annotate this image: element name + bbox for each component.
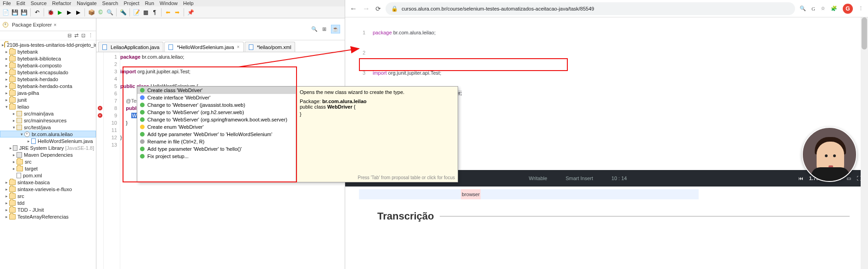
editor-tab[interactable]: *leilao/pom.xml: [245, 42, 296, 52]
quick-fix-item[interactable]: Create interface 'WebDriver': [137, 94, 296, 101]
nav-back-icon[interactable]: ←: [350, 5, 357, 13]
tree-item[interactable]: ▾br.com.alura.leilao: [0, 131, 96, 137]
tree-item[interactable]: ▸JRE System Library [JavaSE-1.8]: [0, 144, 96, 151]
menu-icon[interactable]: ⋮: [858, 5, 863, 11]
open-type-icon[interactable]: 🔍: [106, 9, 113, 16]
tree-item[interactable]: ▸sintaxe-varieveis-e-fluxo: [0, 186, 96, 192]
tree-item[interactable]: ▸bytebank-composto: [0, 62, 96, 69]
tree-item[interactable]: ▸sintaxe-basica: [0, 179, 96, 186]
quick-fix-item[interactable]: Change to 'WebServer' (org.h2.server.web…: [137, 109, 296, 116]
zoom-icon[interactable]: 🔍: [800, 5, 806, 11]
folder-icon: [9, 193, 16, 199]
proposal-icon: [140, 110, 145, 115]
nav-reload-icon[interactable]: ⟳: [375, 5, 381, 12]
new-class-icon[interactable]: ©: [97, 9, 104, 16]
tree-item[interactable]: ▸java-pilha: [0, 89, 96, 96]
open-perspective-icon[interactable]: ⊞: [322, 26, 326, 32]
lock-icon: 🔒: [391, 5, 398, 12]
theater-icon[interactable]: ▭: [846, 176, 851, 181]
tree-item[interactable]: ▸bytebank: [0, 48, 96, 55]
quick-access-icon[interactable]: 🔍: [311, 26, 318, 32]
tree-item[interactable]: ▾src/test/java: [0, 124, 96, 131]
extensions-icon[interactable]: 🧩: [831, 5, 837, 11]
quick-fix-item[interactable]: Create class 'WebDriver': [137, 87, 296, 94]
link-editor-icon[interactable]: ⇄: [74, 33, 78, 38]
prev-icon[interactable]: ⏮: [798, 176, 803, 181]
scrollbar-thumb[interactable]: [862, 17, 867, 49]
save-icon[interactable]: 💾: [11, 9, 18, 16]
tree-item[interactable]: ▸bytebank-herdado: [0, 76, 96, 82]
quick-fix-item[interactable]: Change to 'WebServer' (org.springframewo…: [137, 116, 296, 123]
tree-item[interactable]: ▸HelloWordSelenium.java: [0, 137, 96, 144]
tree-item[interactable]: ▸target: [0, 165, 96, 172]
error-marker-icon[interactable]: ×: [98, 106, 102, 110]
tree-item[interactable]: ▸2108-java-testes-unitarios-tdd-projeto_…: [0, 41, 96, 48]
new-package-icon[interactable]: 📦: [88, 9, 95, 16]
back-history-icon[interactable]: ↶: [34, 9, 41, 16]
tree-item[interactable]: ▸Maven Dependencies: [0, 151, 96, 158]
tree-item[interactable]: ▸src/main/java: [0, 110, 96, 117]
nav-fwd-icon[interactable]: ➡: [174, 9, 181, 16]
run-last-icon[interactable]: ▶: [74, 9, 82, 16]
editor-tab[interactable]: *HelloWordSelenium.java×: [164, 42, 243, 52]
tree-item[interactable]: ▾leilao: [0, 103, 96, 110]
tree-item[interactable]: ▸TDD - JUnit: [0, 206, 96, 213]
proposal-icon: [140, 139, 145, 144]
tree-item[interactable]: ▸bytebank-herdado-conta: [0, 82, 96, 89]
toggle-block-icon[interactable]: ▦: [142, 9, 149, 16]
debug-icon[interactable]: 🐞: [47, 9, 54, 16]
folder-icon: [9, 56, 16, 61]
address-bar[interactable]: 🔒 cursos.alura.com.br/course/selenium-te…: [386, 2, 795, 15]
tree-item[interactable]: ▸src: [0, 192, 96, 199]
quick-fix-list[interactable]: Create class 'WebDriver'Create interface…: [137, 87, 296, 182]
tree-item[interactable]: ▸tdd: [0, 199, 96, 206]
menu-file[interactable]: File: [3, 0, 11, 6]
folder-icon: [9, 180, 16, 185]
tree-item[interactable]: ▸bytebank-biblioteca: [0, 55, 96, 62]
run-icon[interactable]: ▶: [56, 9, 63, 16]
tree-item[interactable]: ▸src/main/resources: [0, 117, 96, 124]
show-whitespace-icon[interactable]: ¶: [151, 9, 158, 16]
close-tab-icon[interactable]: ×: [237, 44, 240, 49]
error-marker-icon[interactable]: ×: [98, 113, 102, 118]
quick-fix-item[interactable]: Create enum 'WebDriver': [137, 123, 296, 131]
search-icon[interactable]: 🔦: [119, 9, 127, 16]
collapse-all-icon[interactable]: ⊟: [67, 33, 72, 38]
translate-icon[interactable]: G: [812, 6, 815, 11]
close-view-icon[interactable]: ×: [54, 22, 56, 27]
save-all-icon[interactable]: 💾: [20, 9, 28, 16]
menu-window[interactable]: Window: [160, 0, 178, 6]
nav-back-icon[interactable]: ⬅: [164, 9, 172, 16]
focus-icon[interactable]: ⊡: [81, 33, 85, 38]
pin-icon[interactable]: 📌: [187, 9, 194, 16]
menu-edit[interactable]: Edit: [17, 0, 25, 6]
view-menu-icon[interactable]: ⋮: [88, 33, 93, 38]
toggle-mark-icon[interactable]: 📝: [133, 9, 140, 16]
tree-item[interactable]: ▸junit: [0, 96, 96, 103]
menu-run[interactable]: Run: [145, 0, 154, 6]
quick-fix-item[interactable]: Rename in file (Ctrl+2, R): [137, 138, 296, 145]
coverage-icon[interactable]: ▶: [65, 9, 73, 16]
menu-navigate[interactable]: Navigate: [77, 0, 96, 6]
java-perspective-icon[interactable]: ☕: [331, 25, 340, 33]
scrollbar[interactable]: [861, 17, 868, 269]
tree-item[interactable]: pom.xml: [0, 172, 96, 179]
quick-fix-item[interactable]: Add type parameter 'WebDriver' to 'Hello…: [137, 131, 296, 138]
new-icon[interactable]: 📄: [2, 9, 9, 16]
menu-search[interactable]: Search: [102, 0, 118, 6]
quick-fix-item[interactable]: Change to 'Webserver' (javassist.tools.w…: [137, 101, 296, 109]
menu-source[interactable]: Source: [31, 0, 47, 6]
menu-help[interactable]: Help: [183, 0, 194, 6]
proposal-icon: [140, 95, 145, 100]
menu-project[interactable]: Project: [123, 0, 139, 6]
bookmark-icon[interactable]: ☆: [821, 5, 825, 11]
quick-fix-item[interactable]: Add type parameter 'WebDriver' to 'hello…: [137, 145, 296, 153]
tree-item[interactable]: ▸bytebank-encapsulado: [0, 69, 96, 76]
tree-item[interactable]: ▸TesteArrayReferencias: [0, 213, 96, 220]
editor-tab[interactable]: LeilaoApplication.java: [98, 42, 163, 52]
profile-avatar[interactable]: G: [843, 4, 853, 14]
quick-fix-item[interactable]: Fix project setup...: [137, 153, 296, 160]
project-tree[interactable]: ▸2108-java-testes-unitarios-tdd-projeto_…: [0, 40, 96, 269]
tree-item[interactable]: ▸src: [0, 158, 96, 165]
menu-refactor[interactable]: Refactor: [52, 0, 72, 6]
